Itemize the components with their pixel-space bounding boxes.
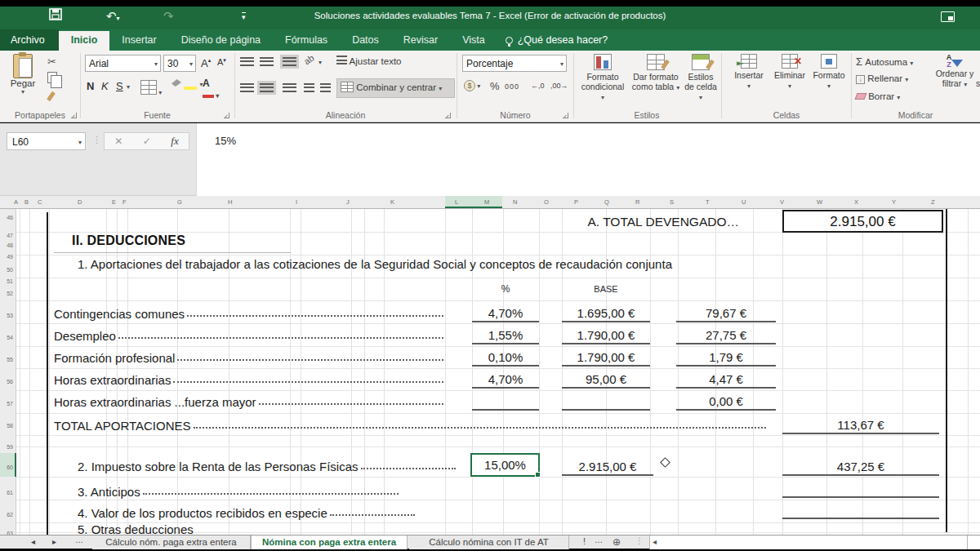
row-number[interactable]: 47: [7, 233, 13, 238]
row-label[interactable]: 5. Otras deducciones: [78, 524, 323, 535]
cell-base[interactable]: 95,00 €: [562, 368, 650, 389]
column-letter[interactable]: R: [635, 198, 639, 206]
enter-icon[interactable]: ✓: [143, 136, 151, 147]
cancel-icon[interactable]: ✕: [114, 136, 122, 147]
percent-style-icon[interactable]: %: [490, 80, 500, 92]
header-base[interactable]: BASE: [562, 284, 650, 294]
column-letter[interactable]: X: [854, 198, 858, 206]
row-number[interactable]: 62: [7, 512, 13, 518]
currency-icon[interactable]: $ ▾: [464, 80, 480, 91]
row-label[interactable]: 4. Valor de los productos recibidos en e…: [78, 503, 416, 522]
row-number[interactable]: 54: [7, 335, 13, 340]
column-letter[interactable]: O: [544, 198, 549, 206]
cell-base[interactable]: 1.790,00 €: [562, 346, 650, 367]
row-number[interactable]: 63: [7, 531, 13, 535]
cell-base[interactable]: 1.695,00 €: [562, 302, 650, 322]
sheet-tab-calculo-it[interactable]: Cálculo nómina con IT de AT: [409, 535, 569, 549]
cell-pct[interactable]: 1,55%: [472, 324, 539, 344]
smart-tag-icon[interactable]: [660, 457, 670, 468]
merge-center-button[interactable]: Combinar y centrar ▾: [336, 78, 455, 98]
tab-vista[interactable]: Vista: [450, 29, 497, 51]
clear-button[interactable]: Borrar ▾: [856, 91, 900, 101]
row-number[interactable]: 59: [7, 444, 13, 450]
row-number[interactable]: 48: [7, 242, 13, 248]
sheet-nav-more[interactable]: …: [75, 535, 83, 544]
tab-inicio[interactable]: Inicio: [59, 31, 110, 51]
insert-cells-button[interactable]: ⇤ Insertar▾: [730, 54, 768, 90]
column-letter[interactable]: E: [112, 198, 116, 206]
section-title[interactable]: II. DEDUCCIONES: [72, 233, 185, 248]
align-bottom-icon[interactable]: [283, 57, 296, 66]
column-letter[interactable]: K: [390, 198, 394, 206]
align-center-icon[interactable]: [260, 83, 274, 92]
decrease-indent-icon[interactable]: [304, 83, 314, 92]
column-letter[interactable]: L: [455, 198, 458, 206]
row-number[interactable]: 51: [7, 278, 13, 284]
tell-me-box[interactable]: ¿Qué desea hacer?: [497, 29, 617, 51]
row-label[interactable]: Formación profesional: [54, 346, 445, 367]
conditional-formatting-button[interactable]: Formato condicional ▾: [580, 54, 626, 103]
column-letter[interactable]: Q: [604, 198, 609, 206]
font-dialog-launcher-icon[interactable]: [224, 113, 229, 118]
cell-base[interactable]: 1.790,00 €: [562, 324, 650, 344]
total-devengado-value[interactable]: 2.915,00 €: [782, 210, 943, 233]
row-label[interactable]: 3. Anticipos: [78, 482, 400, 501]
row-headers[interactable]: 464748495051525354555657585960616263: [0, 209, 16, 535]
header-pct[interactable]: %: [472, 283, 539, 295]
column-letter[interactable]: T: [706, 198, 710, 206]
total-row-amount[interactable]: 113,67 €: [782, 414, 939, 434]
cell-pct[interactable]: [472, 390, 539, 411]
cell-base[interactable]: [562, 390, 650, 411]
italic-button[interactable]: K: [101, 80, 109, 92]
number-format-select[interactable]: Porcentaje▾: [462, 55, 567, 72]
tab-archivo[interactable]: Archivo: [0, 29, 59, 51]
empty-cell[interactable]: [782, 478, 939, 498]
orientation-icon[interactable]: ab: [302, 53, 316, 67]
borders-icon[interactable]: ▾: [140, 80, 162, 96]
irpf-row-label[interactable]: 2. Impuesto sobre la Renta de las Person…: [78, 455, 457, 476]
alignment-dialog-launcher-icon[interactable]: [445, 113, 451, 118]
irpf-base[interactable]: 2.915,00 €: [562, 455, 653, 476]
sheet-tab-partial[interactable]: !: [583, 536, 586, 546]
column-letter[interactable]: D: [78, 198, 82, 206]
cell-styles-button[interactable]: Estilos de celda ▾: [684, 54, 717, 103]
cut-icon[interactable]: ✂: [47, 56, 56, 68]
fill-color-icon[interactable]: ▾: [172, 78, 203, 88]
cell-pct[interactable]: 0,10%: [472, 346, 539, 367]
font-color-icon[interactable]: A ▾: [203, 78, 219, 100]
row-number[interactable]: 56: [7, 379, 13, 384]
selected-cell[interactable]: 15,00%: [470, 453, 540, 477]
row-number[interactable]: 46: [7, 215, 13, 220]
column-letter[interactable]: Z: [931, 198, 935, 206]
column-letter[interactable]: W: [817, 198, 822, 206]
clipboard-dialog-launcher-icon[interactable]: [71, 113, 77, 118]
autosum-button[interactable]: Σ Autosuma ▾: [856, 56, 913, 68]
paste-button[interactable]: Pegar ▾: [3, 54, 42, 96]
orientation-dropdown-icon[interactable]: ▾: [318, 59, 322, 66]
cell-amount[interactable]: 1,79 €: [676, 346, 776, 367]
underline-dropdown-icon[interactable]: ▾: [127, 83, 130, 91]
horizontal-scrollbar[interactable]: ◂: [649, 535, 980, 549]
row-label[interactable]: Horas extraordinarias: [54, 368, 445, 389]
column-letter[interactable]: G: [177, 198, 182, 206]
formula-value[interactable]: 15%: [215, 135, 236, 147]
name-box-dropdown-icon[interactable]: ▾: [78, 139, 82, 146]
total-row-label[interactable]: TOTAL APORTACIONES: [54, 414, 768, 435]
row-number[interactable]: 53: [7, 313, 13, 318]
row-label[interactable]: Horas extraordinarias ...fuerza mayor: [54, 390, 445, 411]
column-letter[interactable]: M: [484, 198, 489, 206]
tab-insertar[interactable]: Insertar: [109, 29, 168, 51]
font-name-select[interactable]: Arial▾: [85, 55, 161, 72]
row-number[interactable]: 52: [7, 291, 13, 296]
fill-button[interactable]: ↓ Rellenar ▾: [856, 73, 908, 84]
format-painter-icon[interactable]: [49, 91, 53, 103]
cell-amount[interactable]: 27,75 €: [676, 324, 776, 344]
copy-icon[interactable]: ▾: [47, 72, 62, 85]
align-middle-icon[interactable]: [260, 57, 274, 66]
format-cells-button[interactable]: Formato▾: [810, 54, 848, 90]
align-top-icon[interactable]: [240, 57, 254, 66]
insert-function-icon[interactable]: fx: [171, 135, 178, 148]
spreadsheet-grid[interactable]: A. TOTAL DEVENGADO… 2.915,00 € II. DEDUC…: [0, 209, 980, 535]
sheet-tab-nomina-activa[interactable]: Nómina con paga extra entera: [251, 535, 408, 549]
column-letter[interactable]: B: [24, 198, 29, 206]
